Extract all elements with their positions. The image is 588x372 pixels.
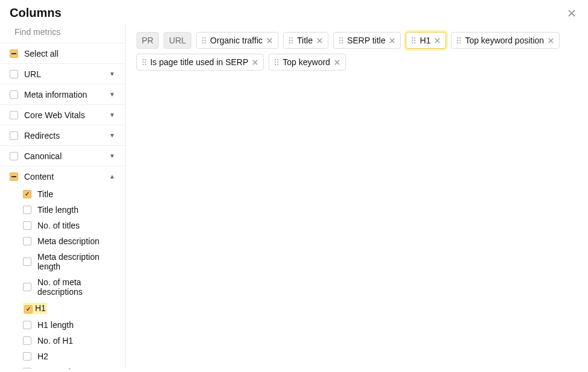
metric-label-keywords: Keywords	[37, 367, 118, 369]
category-row-content[interactable]: Content▲	[0, 166, 125, 186]
svg-point-7	[289, 37, 290, 39]
svg-point-34	[145, 61, 146, 63]
remove-chip-icon[interactable]	[389, 37, 395, 44]
metric-row-h1-length[interactable]: H1 length	[0, 317, 125, 333]
metric-row-no-of-titles[interactable]: No. of titles	[0, 218, 125, 233]
category-checkbox-meta-information[interactable]	[10, 90, 18, 99]
svg-point-28	[459, 40, 461, 41]
metric-row-meta-description-length[interactable]: Meta description length	[0, 249, 125, 274]
svg-point-29	[457, 42, 458, 43]
chevron-down-icon[interactable]: ▼	[109, 132, 118, 139]
column-chip-title[interactable]: Title	[283, 32, 328, 49]
column-chip-h1[interactable]: H1	[406, 32, 446, 49]
chevron-down-icon[interactable]: ▼	[109, 71, 118, 77]
category-row-url[interactable]: URL▼	[0, 63, 125, 84]
metric-row-keywords[interactable]: Keywords	[0, 364, 125, 369]
svg-point-40	[277, 61, 278, 63]
metric-row-title[interactable]: Title	[0, 186, 125, 202]
metric-label-meta-description-length: Meta description length	[37, 252, 118, 271]
column-chip-is-page-title-used-in-serp[interactable]: Is page title used in SERP	[136, 54, 264, 71]
drag-handle-icon[interactable]	[456, 37, 461, 44]
column-chip-serp-title[interactable]: SERP title	[333, 32, 401, 49]
metric-checkbox-title-length[interactable]	[23, 206, 31, 214]
column-chip-label: Top keyword position	[465, 36, 544, 45]
category-row-meta-information[interactable]: Meta information▼	[0, 84, 125, 104]
column-chip-label: Top keyword	[283, 57, 330, 67]
category-checkbox-redirects[interactable]	[10, 131, 18, 140]
chevron-down-icon[interactable]: ▼	[109, 91, 118, 98]
category-row-canonical[interactable]: Canonical▼	[0, 145, 125, 166]
drag-handle-icon[interactable]	[411, 37, 416, 44]
svg-point-35	[142, 64, 144, 65]
metric-checkbox-no-of-titles[interactable]	[23, 221, 31, 230]
search-row	[0, 24, 125, 43]
category-label-url: URL	[24, 69, 103, 79]
metric-row-h1[interactable]: H1	[0, 300, 125, 317]
metric-checkbox-h1[interactable]	[24, 305, 33, 314]
remove-chip-icon[interactable]	[334, 59, 340, 66]
svg-point-4	[205, 40, 206, 41]
category-row-redirects[interactable]: Redirects▼	[0, 125, 125, 145]
category-label-canonical: Canonical	[24, 151, 103, 161]
metric-label-h1: H1	[35, 303, 46, 313]
column-chip-top-keyword-position[interactable]: Top keyword position	[451, 32, 560, 49]
category-checkbox-url[interactable]	[10, 70, 18, 78]
column-chip-label: URL	[169, 36, 186, 45]
selected-columns-area: PRURLOrganic trafficTitleSERP titleH1Top…	[126, 24, 588, 369]
remove-chip-icon[interactable]	[434, 37, 441, 44]
category-checkbox-content[interactable]	[10, 172, 18, 181]
svg-point-27	[457, 40, 458, 41]
chevron-down-icon[interactable]: ▼	[109, 153, 118, 159]
select-all-checkbox[interactable]	[10, 49, 18, 58]
remove-chip-icon[interactable]	[252, 59, 258, 66]
dialog-body: Select all URL▼Meta information▼Core Web…	[0, 24, 588, 369]
metric-checkbox-h2[interactable]	[23, 352, 31, 361]
column-chip-label: Is page title used in SERP	[150, 57, 249, 67]
drag-handle-icon[interactable]	[274, 58, 279, 66]
svg-point-30	[459, 42, 461, 43]
highlight: H1	[23, 303, 47, 314]
svg-point-22	[414, 40, 415, 41]
close-button[interactable]	[565, 7, 578, 20]
remove-chip-icon[interactable]	[266, 37, 273, 44]
remove-chip-icon[interactable]	[548, 37, 554, 44]
svg-point-10	[292, 40, 293, 41]
metric-checkbox-keywords[interactable]	[23, 368, 31, 369]
metric-checkbox-h1-length[interactable]	[23, 321, 31, 329]
chevron-up-icon[interactable]: ▲	[109, 173, 118, 180]
drag-handle-icon[interactable]	[339, 37, 344, 44]
remove-chip-icon[interactable]	[316, 37, 323, 44]
category-label-content: Content	[24, 172, 103, 181]
svg-point-11	[289, 42, 290, 43]
column-chip-label: H1	[420, 36, 430, 45]
metric-checkbox-meta-description[interactable]	[23, 237, 31, 245]
chevron-down-icon[interactable]: ▼	[109, 112, 118, 118]
column-chip-label: PR	[142, 36, 153, 45]
drag-handle-icon[interactable]	[142, 58, 147, 66]
svg-point-9	[289, 40, 290, 41]
svg-point-25	[457, 37, 458, 39]
column-chip-top-keyword[interactable]: Top keyword	[269, 54, 346, 71]
select-all-row[interactable]: Select all	[0, 43, 125, 63]
category-checkbox-core-web-vitals[interactable]	[10, 111, 18, 119]
metric-checkbox-meta-description-length[interactable]	[23, 257, 31, 266]
category-checkbox-canonical[interactable]	[10, 152, 18, 160]
drag-handle-icon[interactable]	[289, 37, 293, 44]
column-chip-url: URL	[164, 32, 191, 49]
metric-row-title-length[interactable]: Title length	[0, 202, 125, 218]
svg-point-37	[275, 59, 276, 60]
svg-point-6	[205, 42, 206, 43]
metric-checkbox-title[interactable]	[23, 190, 31, 198]
search-input[interactable]	[14, 27, 120, 37]
drag-handle-icon[interactable]	[202, 37, 206, 44]
metric-row-no-of-meta-descriptions[interactable]: No. of meta descriptions	[0, 274, 125, 300]
select-all-label: Select all	[24, 49, 118, 58]
svg-point-16	[342, 40, 343, 41]
column-chip-organic-traffic[interactable]: Organic traffic	[196, 32, 278, 49]
metric-checkbox-no-of-h1[interactable]	[23, 336, 31, 345]
metric-checkbox-no-of-meta-descriptions[interactable]	[23, 283, 31, 291]
metric-row-no-of-h1[interactable]: No. of H1	[0, 333, 125, 348]
metric-row-meta-description[interactable]: Meta description	[0, 233, 125, 249]
category-row-core-web-vitals[interactable]: Core Web Vitals▼	[0, 104, 125, 125]
metric-row-h2[interactable]: H2	[0, 348, 125, 364]
